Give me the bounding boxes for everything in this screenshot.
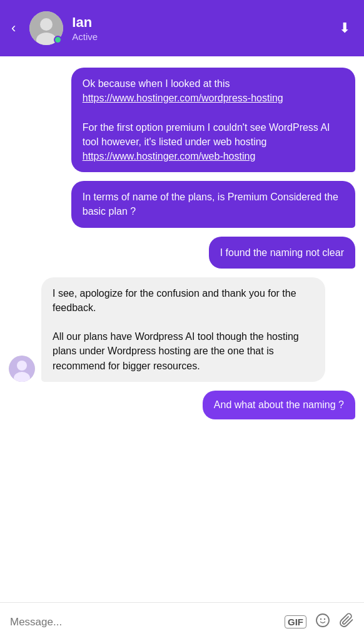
message-bubble: I see, apologize for the confusion and t… (41, 277, 325, 382)
svg-point-1 (40, 18, 53, 31)
status-indicator (54, 36, 62, 44)
agent-avatar (9, 356, 35, 382)
contact-name: Ian (72, 14, 328, 31)
attach-button[interactable] (339, 613, 354, 631)
svg-point-8 (324, 618, 325, 620)
message-row: I found the naming not clear (9, 237, 355, 269)
message-bubble-partial: And what about the naming ? (203, 391, 355, 419)
message-row: Ok because when I looked at this https:/… (9, 68, 355, 172)
message-row: I see, apologize for the confusion and t… (9, 277, 355, 382)
contact-status: Active (72, 31, 328, 42)
chat-header: ‹ Ian Active ⬇ (0, 0, 364, 56)
message-bubble: I found the naming not clear (209, 237, 355, 269)
back-button[interactable]: ‹ (11, 18, 21, 39)
message-bubble: Ok because when I looked at this https:/… (71, 68, 355, 172)
link-wordpress-hosting[interactable]: https://www.hostinger.com/wordpress-host… (83, 93, 283, 103)
emoji-button[interactable] (315, 613, 330, 631)
chat-messages: Ok because when I looked at this https:/… (0, 56, 364, 602)
contact-info: Ian Active (72, 14, 328, 41)
download-button[interactable]: ⬇ (336, 18, 353, 39)
message-bubble: In terms of name of the plans, is Premiu… (71, 181, 355, 227)
input-toolbar: GIF (285, 613, 354, 631)
svg-point-6 (316, 614, 329, 627)
message-input-area: GIF (0, 602, 364, 641)
contact-avatar-wrap (29, 11, 63, 45)
message-row: In terms of name of the plans, is Premiu… (9, 181, 355, 227)
link-web-hosting[interactable]: https://www.hostinger.com/web-hosting (83, 151, 256, 162)
gif-button[interactable]: GIF (285, 615, 306, 628)
message-row-partial: And what about the naming ? (9, 391, 355, 419)
svg-point-4 (17, 361, 27, 371)
message-input[interactable] (10, 616, 277, 628)
svg-point-7 (320, 618, 321, 620)
